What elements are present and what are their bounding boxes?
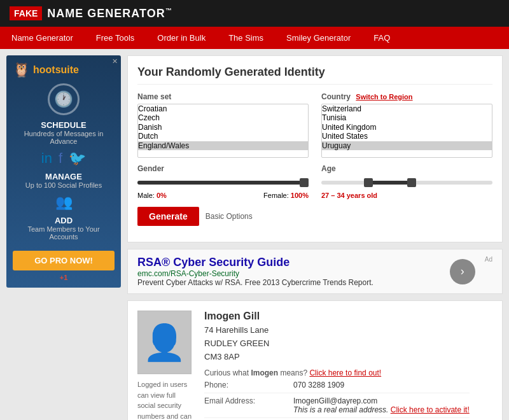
- age-slider-thumb-right[interactable]: [407, 178, 416, 187]
- close-icon[interactable]: ✕: [112, 57, 118, 66]
- avatar: 👤: [137, 311, 192, 374]
- nav-the-sims[interactable]: The Sims: [217, 27, 275, 49]
- phone-label: Phone:: [204, 381, 293, 389]
- linkedin-icon: in: [41, 150, 52, 166]
- hootsuite-logo: 🦉 hootsuite: [13, 62, 115, 78]
- age-range-label: 27 – 34 years old: [321, 192, 377, 199]
- name-country-row: Name set Croatian Czech Danish Dutch Eng…: [137, 92, 492, 158]
- age-slider-thumb-left[interactable]: [364, 178, 373, 187]
- switch-to-region-link[interactable]: Switch to Region: [356, 93, 412, 101]
- country-select[interactable]: Switzerland Tunisia United Kingdom Unite…: [321, 104, 492, 158]
- go-pro-button[interactable]: GO PRO NOW!: [13, 251, 115, 270]
- age-slider-container: [321, 176, 492, 190]
- gender-slider-fill: [137, 181, 309, 185]
- name-set-select[interactable]: Croatian Czech Danish Dutch England/Wale…: [137, 104, 309, 158]
- email-note: This is a real email address. Click here…: [293, 405, 470, 414]
- ad-title[interactable]: RSA® Cyber Security Guide: [137, 256, 440, 269]
- ad-arrow-button[interactable]: ›: [450, 259, 475, 284]
- age-label: Age: [321, 164, 492, 173]
- name-set-group: Name set Croatian Czech Danish Dutch Eng…: [137, 92, 309, 158]
- phone-value: 070 3288 1909: [293, 381, 344, 389]
- profile-top: 👤 Logged in users can view full social s…: [137, 311, 492, 420]
- nav-smiley-generator[interactable]: Smiley Generator: [275, 27, 362, 49]
- identity-form-box: Your Randomly Generated Identity Name se…: [127, 55, 503, 242]
- age-group: Age 27 – 34 years old: [321, 164, 492, 199]
- schedule-section: SCHEDULE Hundreds of Messages in Advance: [13, 120, 115, 145]
- facebook-icon: f: [59, 150, 62, 166]
- nav-faq[interactable]: FAQ: [362, 27, 401, 49]
- owl-icon: 🦉: [13, 62, 30, 78]
- avatar-area: 👤 Logged in users can view full social s…: [137, 311, 195, 420]
- sidebar: ✕ 🦉 hootsuite 🕐 SCHEDULE Hundreds of Mes…: [6, 55, 121, 420]
- nav-free-tools[interactable]: Free Tools: [85, 27, 146, 49]
- add-section: ADD Team Members to Your Accounts: [13, 216, 115, 241]
- nav-name-generator[interactable]: Name Generator: [0, 27, 85, 49]
- identity-title: Your Randomly Generated Identity: [137, 66, 492, 85]
- gender-slider-thumb[interactable]: [300, 178, 309, 187]
- logged-out-notice: Logged in users can view full social sec…: [137, 379, 195, 420]
- gplus-badge: +1: [13, 274, 115, 281]
- nav-order-in-bulk[interactable]: Order in Bulk: [146, 27, 217, 49]
- female-label: Female: 100%: [263, 192, 309, 199]
- team-icon: 👥: [13, 194, 115, 211]
- generate-button[interactable]: Generate: [137, 207, 199, 226]
- ad-description: Prevent Cyber Attacks w/ RSA. Free 2013 …: [137, 278, 440, 287]
- basic-options-link[interactable]: Basic Options: [206, 212, 253, 221]
- email-value: ImogenGill@dayrep.com This is a real ema…: [293, 396, 470, 414]
- profile-address: 74 Harehills Lane RUDLEY GREEN CM3 8AP: [204, 324, 470, 363]
- social-network-icons: in f 🐦: [13, 150, 115, 167]
- site-title: NAME GENERATOR™: [47, 7, 172, 20]
- age-slider-track: [321, 181, 492, 185]
- country-label: Country Switch to Region: [321, 92, 492, 101]
- gender-labels: Male: 0% Female: 100%: [137, 192, 309, 199]
- male-label: Male: 0%: [137, 192, 167, 199]
- profile-info: Imogen Gill 74 Harehills Lane RUDLEY GRE…: [204, 311, 470, 420]
- profile-details: Phone: 070 3288 1909 Email Address: Imog…: [204, 377, 470, 420]
- phone-row: Phone: 070 3288 1909: [204, 377, 470, 393]
- name-meaning-link[interactable]: Click here to find out!: [309, 368, 381, 377]
- ad-content: RSA® Cyber Security Guide emc.com/RSA-Cy…: [137, 256, 440, 287]
- main-layout: ✕ 🦉 hootsuite 🕐 SCHEDULE Hundreds of Mes…: [0, 49, 509, 420]
- fake-badge: FAKE: [10, 6, 42, 20]
- ad-banner: RSA® Cyber Security Guide emc.com/RSA-Cy…: [127, 249, 503, 294]
- name-meaning: Curious what Imogen means? Click here to…: [204, 368, 470, 377]
- ad-url: emc.com/RSA-Cyber-Security: [137, 269, 440, 278]
- hootsuite-logo-text: hootsuite: [33, 64, 79, 76]
- hootsuite-ad: ✕ 🦉 hootsuite 🕐 SCHEDULE Hundreds of Mes…: [6, 55, 121, 288]
- manage-section: MANAGE Up to 100 Social Profiles: [13, 172, 115, 189]
- activate-link[interactable]: Click here to activate it!: [391, 405, 470, 414]
- email-row: Email Address: ImogenGill@dayrep.com Thi…: [204, 393, 470, 418]
- name-set-label: Name set: [137, 92, 309, 101]
- content-area: Your Randomly Generated Identity Name se…: [127, 55, 503, 420]
- age-labels: 27 – 34 years old: [321, 192, 492, 199]
- avatar-silhouette-icon: 👤: [143, 325, 186, 360]
- profile-name: Imogen Gill: [204, 311, 470, 322]
- ad-label: Ad: [485, 256, 492, 263]
- gender-group: Gender Male: 0% Female: 100%: [137, 164, 309, 199]
- twitter-icon: 🐦: [69, 150, 86, 166]
- clock-icon: 🕐: [48, 83, 80, 115]
- country-group: Country Switch to Region Switzerland Tun…: [321, 92, 492, 158]
- site-header: FAKE NAME GENERATOR™: [0, 0, 509, 27]
- email-label: Email Address:: [204, 396, 293, 414]
- gender-slider-track: [137, 181, 309, 185]
- profile-section: 👤 Logged in users can view full social s…: [127, 300, 503, 420]
- gender-age-row: Gender Male: 0% Female: 100%: [137, 164, 492, 199]
- main-nav: Name Generator Free Tools Order in Bulk …: [0, 27, 509, 49]
- gender-slider-container: [137, 176, 309, 190]
- gender-label: Gender: [137, 164, 309, 173]
- generate-row: Generate Basic Options: [137, 207, 492, 226]
